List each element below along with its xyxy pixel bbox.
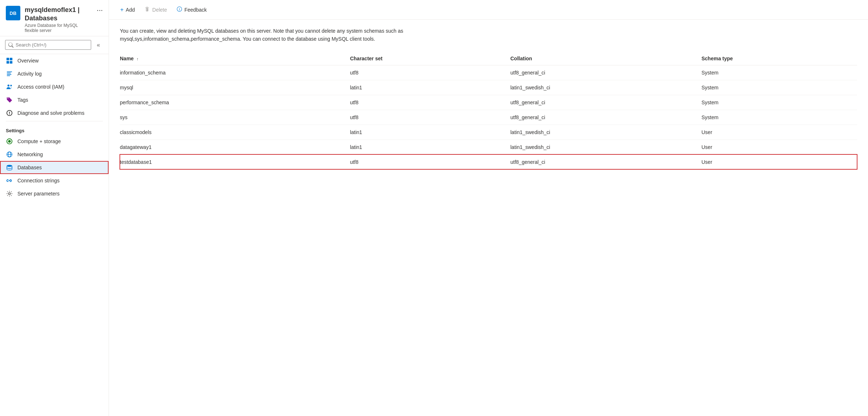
description-text: You can create, view and deleting MySQL …: [120, 27, 447, 43]
add-icon: +: [120, 7, 123, 13]
tags-icon: [6, 96, 13, 104]
search-row: «: [0, 36, 109, 54]
more-options-button[interactable]: ···: [97, 6, 103, 14]
sidebar-nav: Overview Activity log Access control (IA…: [0, 54, 109, 416]
cell-charset: utf8: [350, 65, 511, 80]
sidebar-item-compute-storage[interactable]: Compute + storage: [0, 135, 109, 148]
title-block: mysqldemoflex1 | Databases Azure Databas…: [25, 6, 92, 33]
cell-name: datagateway1: [120, 140, 350, 154]
col-schema-type[interactable]: Schema type: [702, 52, 857, 65]
cell-schema_type: User: [702, 140, 857, 154]
sidebar-item-label: Tags: [17, 97, 28, 103]
svg-rect-0: [7, 58, 9, 60]
cell-charset: latin1: [350, 80, 511, 95]
cell-charset: utf8: [350, 154, 511, 169]
cell-schema_type: System: [702, 80, 857, 95]
sidebar-item-connection-strings[interactable]: Connection strings: [0, 174, 109, 187]
cell-charset: utf8: [350, 110, 511, 125]
cell-collation: utf8_general_ci: [510, 110, 701, 125]
cell-collation: latin1_swedish_ci: [510, 80, 701, 95]
svg-point-11: [8, 140, 11, 142]
app-icon: DB: [6, 6, 20, 20]
cell-name: classicmodels: [120, 125, 350, 140]
sidebar-item-activity-log[interactable]: Activity log: [0, 67, 109, 80]
app-icon-text: DB: [10, 11, 17, 16]
content-area: You can create, view and deleting MySQL …: [109, 20, 868, 416]
svg-rect-1: [10, 58, 12, 60]
delete-button[interactable]: Delete: [140, 4, 171, 16]
feedback-button[interactable]: Feedback: [173, 4, 211, 16]
cell-charset: latin1: [350, 140, 511, 154]
cell-name: testdatabase1: [120, 154, 350, 169]
cell-name: performance_schema: [120, 95, 350, 110]
diagnose-icon: [6, 109, 13, 117]
compute-icon: [6, 138, 13, 145]
main-content: + Add Delete Feedback You can create, vi…: [109, 0, 868, 416]
table-row[interactable]: sysutf8utf8_general_ciSystem: [120, 110, 857, 125]
table-row[interactable]: information_schemautf8utf8_general_ciSys…: [120, 65, 857, 80]
cell-name: information_schema: [120, 65, 350, 80]
col-collation[interactable]: Collation: [510, 52, 701, 65]
sidebar-item-label: Connection strings: [17, 178, 60, 183]
feedback-icon: [177, 6, 182, 13]
search-icon: [8, 43, 13, 48]
connection-strings-icon: [6, 177, 13, 184]
sidebar-item-overview[interactable]: Overview: [0, 54, 109, 67]
table-row[interactable]: classicmodelslatin1latin1_swedish_ciUser: [120, 125, 857, 140]
svg-point-9: [10, 85, 12, 86]
feedback-label: Feedback: [184, 7, 207, 13]
sidebar-item-label: Activity log: [17, 71, 42, 77]
sidebar-item-label: Databases: [17, 165, 42, 170]
sidebar-item-tags[interactable]: Tags: [0, 93, 109, 106]
svg-rect-6: [7, 74, 12, 75]
table-row[interactable]: mysqllatin1latin1_swedish_ciSystem: [120, 80, 857, 95]
cell-collation: utf8_general_ci: [510, 154, 701, 169]
table-row[interactable]: datagateway1latin1latin1_swedish_ciUser: [120, 140, 857, 154]
collapse-button[interactable]: «: [93, 40, 104, 50]
search-input[interactable]: [16, 42, 88, 48]
sidebar-header: DB mysqldemoflex1 | Databases Azure Data…: [0, 0, 109, 36]
page-subtitle: Azure Database for MySQL flexible server: [25, 23, 92, 33]
sidebar-item-server-parameters[interactable]: Server parameters: [0, 187, 109, 200]
cell-name: sys: [120, 110, 350, 125]
delete-label: Delete: [152, 7, 167, 13]
networking-icon: [6, 151, 13, 158]
activity-log-icon: [6, 70, 13, 77]
cell-charset: utf8: [350, 95, 511, 110]
svg-rect-5: [7, 73, 11, 73]
add-button[interactable]: + Add: [116, 4, 139, 16]
search-box[interactable]: [5, 40, 91, 50]
server-parameters-icon: [6, 190, 13, 197]
svg-point-8: [8, 84, 9, 86]
table-row[interactable]: performance_schemautf8utf8_general_ciSys…: [120, 95, 857, 110]
table-row[interactable]: testdatabase1utf8utf8_general_ciUser: [120, 154, 857, 169]
sidebar-item-databases[interactable]: Databases: [0, 161, 109, 174]
sidebar-item-networking[interactable]: Networking: [0, 148, 109, 161]
cell-collation: utf8_general_ci: [510, 65, 701, 80]
settings-divider: [6, 121, 103, 121]
col-name[interactable]: Name ↑: [120, 52, 350, 65]
overview-icon: [6, 57, 13, 64]
cell-collation: latin1_swedish_ci: [510, 140, 701, 154]
svg-point-16: [8, 193, 10, 194]
cell-schema_type: System: [702, 65, 857, 80]
svg-rect-3: [10, 61, 12, 64]
databases-icon: [6, 164, 13, 171]
svg-rect-2: [7, 61, 9, 64]
sidebar-item-diagnose[interactable]: Diagnose and solve problems: [0, 106, 109, 120]
cell-charset: latin1: [350, 125, 511, 140]
cell-schema_type: User: [702, 125, 857, 140]
delete-icon: [144, 6, 150, 13]
sidebar-item-label: Networking: [17, 152, 43, 157]
cell-schema_type: User: [702, 154, 857, 169]
sidebar-item-label: Compute + storage: [17, 138, 61, 144]
col-charset[interactable]: Character set: [350, 52, 511, 65]
cell-schema_type: System: [702, 110, 857, 125]
cell-name: mysql: [120, 80, 350, 95]
settings-section-label: Settings: [0, 123, 109, 135]
svg-rect-4: [7, 71, 12, 72]
sidebar-item-access-control[interactable]: Access control (IAM): [0, 80, 109, 93]
sidebar-item-label: Access control (IAM): [17, 84, 64, 90]
cell-collation: utf8_general_ci: [510, 95, 701, 110]
sidebar-item-label: Server parameters: [17, 191, 60, 197]
